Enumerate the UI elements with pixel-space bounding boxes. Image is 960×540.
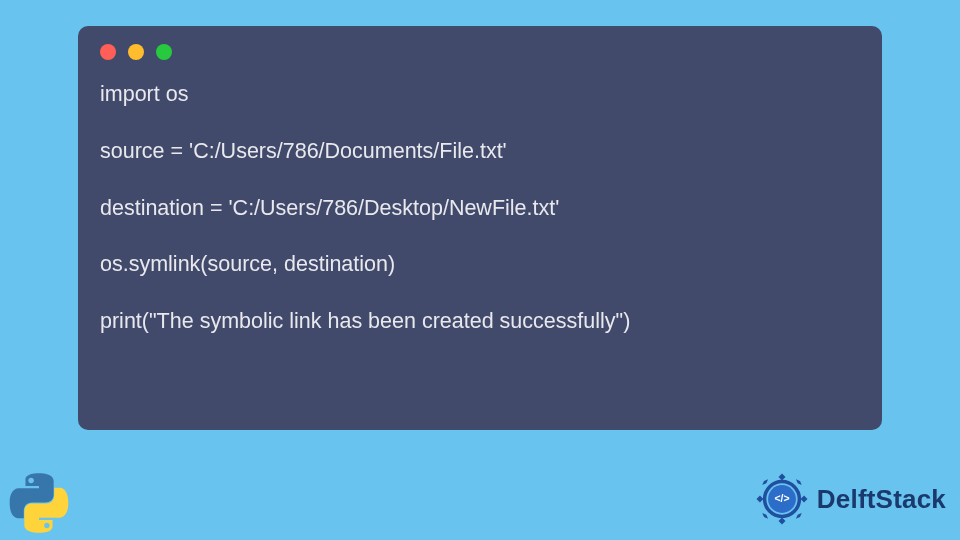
svg-text:</>: </>	[774, 493, 789, 504]
svg-marker-2	[756, 496, 763, 503]
code-line: print("The symbolic link has been create…	[100, 309, 630, 333]
brand-name: DelftStack	[817, 484, 946, 515]
window-controls	[100, 44, 860, 60]
python-logo-icon	[8, 472, 70, 534]
close-icon	[100, 44, 116, 60]
svg-marker-1	[778, 518, 785, 525]
svg-marker-4	[796, 479, 802, 485]
code-line: os.symlink(source, destination)	[100, 252, 395, 276]
minimize-icon	[128, 44, 144, 60]
code-window: import os source = 'C:/Users/786/Documen…	[78, 26, 882, 430]
svg-marker-6	[796, 513, 802, 519]
svg-marker-7	[762, 479, 768, 485]
svg-marker-0	[778, 473, 785, 480]
code-line: source = 'C:/Users/786/Documents/File.tx…	[100, 139, 507, 163]
code-line: destination = 'C:/Users/786/Desktop/NewF…	[100, 196, 559, 220]
maximize-icon	[156, 44, 172, 60]
svg-marker-3	[800, 496, 807, 503]
code-block: import os source = 'C:/Users/786/Documen…	[100, 80, 860, 335]
code-line: import os	[100, 82, 188, 106]
delftstack-gear-icon: </>	[753, 470, 811, 528]
svg-marker-5	[762, 513, 768, 519]
delftstack-logo: </> DelftStack	[753, 470, 946, 528]
